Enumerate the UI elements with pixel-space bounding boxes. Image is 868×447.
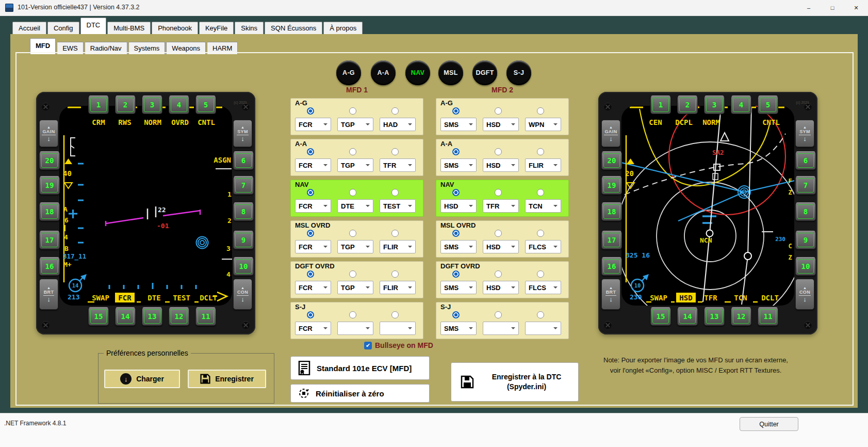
right-mfd-osb-19[interactable]: 19 — [601, 176, 622, 195]
mfd1-dgft-ovrd-dropdown-2[interactable]: TGP — [337, 281, 373, 294]
mfd1-a-g-dropdown-1[interactable]: FCR — [295, 118, 331, 131]
mfd2-a-a-radio-2[interactable] — [495, 148, 502, 155]
mfd2-nav-radio-3[interactable] — [537, 189, 544, 196]
mfd2-a-g-radio-1[interactable] — [452, 107, 460, 115]
tab-skins[interactable]: Skins — [235, 22, 264, 36]
right-mfd-osb-18[interactable]: 18 — [601, 202, 622, 221]
mfd2-msl-ovrd-radio-1[interactable] — [452, 230, 460, 237]
master-mode-msl-button[interactable]: MSL — [438, 60, 463, 85]
mfd1-nav-radio-1[interactable] — [307, 189, 314, 196]
left-mfd-osb-4[interactable]: 4 — [169, 95, 189, 114]
master-mode-s-j-button[interactable]: S-J — [506, 60, 531, 85]
mfd1-a-a-dropdown-1[interactable]: FCR — [295, 158, 331, 172]
mfd1-dgft-ovrd-radio-3[interactable] — [391, 270, 399, 278]
mfd2-a-a-radio-3[interactable] — [537, 148, 544, 155]
right-mfd-osb-4[interactable]: 4 — [731, 95, 751, 114]
mfd2-dgft-ovrd-dropdown-3[interactable]: FLCS — [525, 281, 561, 294]
mfd2-dgft-ovrd-radio-2[interactable] — [495, 270, 502, 278]
mfd1-a-a-dropdown-2[interactable]: TGP — [337, 158, 373, 172]
left-mfd-osb-13[interactable]: 13 — [142, 307, 162, 326]
mfd2-dgft-ovrd-dropdown-2[interactable]: HSD — [483, 281, 519, 294]
mfd1-nav-dropdown-3[interactable]: TEST — [380, 199, 416, 213]
left-mfd-osb-3[interactable]: 3 — [142, 95, 162, 114]
maximize-icon[interactable]: □ — [821, 0, 844, 15]
mfd2-msl-ovrd-radio-2[interactable] — [495, 230, 502, 237]
mfd2-nav-radio-1[interactable] — [452, 189, 460, 196]
right-mfd-gain-rocker[interactable]: ▲GAIN↓ — [601, 120, 620, 147]
mfd1-msl-ovrd-radio-3[interactable] — [391, 230, 399, 237]
mfd2-s-j-radio-3[interactable] — [537, 311, 544, 318]
mfd1-a-a-radio-2[interactable] — [349, 148, 356, 155]
bullseye-checkbox[interactable]: ✔ Bullseye on MFD — [364, 341, 433, 349]
tab-sqn-cussons[interactable]: SQN Écussons — [265, 22, 322, 36]
right-mfd-osb-9[interactable]: 9 — [795, 231, 816, 249]
right-mfd-con-rocker[interactable]: ▲CON↓ — [795, 279, 814, 310]
mfd1-nav-radio-2[interactable] — [349, 189, 356, 196]
left-mfd-osb-8[interactable]: 8 — [233, 202, 254, 221]
right-mfd-osb-8[interactable]: 8 — [795, 202, 816, 221]
mfd1-a-g-dropdown-3[interactable]: HAD — [380, 118, 416, 131]
tab-multi-bms[interactable]: Multi-BMS — [107, 22, 151, 36]
master-mode-a-g-button[interactable]: A-G — [336, 60, 361, 85]
mfd2-a-g-dropdown-1[interactable]: SMS — [440, 118, 477, 131]
right-mfd-osb-16[interactable]: 16 — [601, 257, 622, 276]
right-mfd-brt-rocker[interactable]: ▲BRT↓ — [601, 279, 620, 310]
mfd2-s-j-radio-2[interactable] — [495, 311, 502, 318]
mfd2-msl-ovrd-dropdown-2[interactable]: HSD — [483, 240, 519, 253]
mfd1-nav-radio-3[interactable] — [391, 189, 399, 196]
mfd1-dgft-ovrd-dropdown-1[interactable]: FCR — [295, 281, 331, 294]
right-mfd-osb-15[interactable]: 15 — [650, 307, 671, 326]
mfd1-s-j-radio-1[interactable] — [307, 311, 314, 318]
mfd1-nav-dropdown-2[interactable]: DTE — [337, 199, 373, 213]
master-mode-dgft-button[interactable]: DGFT — [472, 60, 497, 85]
mfd1-a-a-radio-3[interactable] — [391, 148, 399, 155]
mfd2-nav-radio-2[interactable] — [495, 189, 502, 196]
right-mfd-osb-20[interactable]: 20 — [601, 151, 622, 170]
quit-button[interactable]: Quitter — [740, 417, 798, 431]
mfd2-a-a-dropdown-1[interactable]: SMS — [440, 158, 477, 172]
mfd1-msl-ovrd-radio-2[interactable] — [349, 230, 356, 237]
mfd1-s-j-radio-2[interactable] — [349, 311, 356, 318]
mfd1-dgft-ovrd-radio-1[interactable] — [307, 270, 314, 278]
left-mfd-osb-20[interactable]: 20 — [39, 151, 60, 170]
mfd1-a-a-radio-1[interactable] — [307, 148, 314, 155]
right-mfd-osb-10[interactable]: 10 — [795, 257, 816, 276]
left-mfd-osb-17[interactable]: 17 — [39, 231, 60, 249]
mfd2-s-j-radio-1[interactable] — [452, 311, 460, 318]
right-mfd-sym-rocker[interactable]: ▲SYM↓ — [795, 120, 814, 147]
left-mfd-osb-1[interactable]: 1 — [88, 95, 109, 114]
mfd2-dgft-ovrd-radio-3[interactable] — [537, 270, 544, 278]
mfd1-msl-ovrd-dropdown-2[interactable]: TGP — [337, 240, 373, 253]
tab-accueil[interactable]: Accueil — [12, 22, 46, 36]
left-mfd-osb-14[interactable]: 14 — [115, 307, 136, 326]
mfd1-s-j-dropdown-1[interactable]: FCR — [295, 322, 331, 335]
right-mfd-osb-13[interactable]: 13 — [704, 307, 725, 326]
mfd1-s-j-radio-3[interactable] — [391, 311, 399, 318]
right-mfd-osb-3[interactable]: 3 — [704, 95, 725, 114]
mfd1-a-g-radio-3[interactable] — [391, 107, 399, 115]
mfd2-msl-ovrd-dropdown-3[interactable]: FLCS — [525, 240, 561, 253]
mfd2-s-j-dropdown-1[interactable]: SMS — [440, 322, 477, 335]
mfd2-a-g-dropdown-2[interactable]: HSD — [483, 118, 519, 131]
mfd1-dgft-ovrd-radio-2[interactable] — [349, 270, 356, 278]
mfd2-nav-dropdown-1[interactable]: HSD — [440, 199, 477, 213]
master-mode-a-a-button[interactable]: A-A — [371, 60, 396, 85]
tab-propos[interactable]: À propos — [323, 22, 363, 36]
mfd1-msl-ovrd-dropdown-1[interactable]: FCR — [295, 240, 331, 253]
right-mfd-osb-6[interactable]: 6 — [795, 151, 816, 170]
right-mfd-osb-12[interactable]: 12 — [731, 307, 751, 326]
mfd2-s-j-dropdown-3[interactable] — [525, 322, 561, 335]
left-mfd-osb-11[interactable]: 11 — [195, 307, 216, 326]
mfd2-s-j-dropdown-2[interactable] — [483, 322, 519, 335]
tab-keyfile[interactable]: KeyFile — [199, 22, 234, 36]
left-mfd-osb-15[interactable]: 15 — [88, 307, 109, 326]
right-mfd-osb-5[interactable]: 5 — [758, 95, 778, 114]
left-mfd-brt-rocker[interactable]: ▲BRT↓ — [39, 279, 58, 310]
left-mfd-osb-6[interactable]: 6 — [233, 151, 254, 170]
mfd2-a-a-dropdown-3[interactable]: FLIR — [525, 158, 561, 172]
right-mfd-osb-11[interactable]: 11 — [758, 307, 778, 326]
mfd2-msl-ovrd-dropdown-1[interactable]: SMS — [440, 240, 477, 253]
mfd2-dgft-ovrd-dropdown-1[interactable]: SMS — [440, 281, 477, 294]
save-button[interactable]: Enregistrer — [188, 370, 266, 388]
left-mfd-osb-16[interactable]: 16 — [39, 257, 60, 276]
